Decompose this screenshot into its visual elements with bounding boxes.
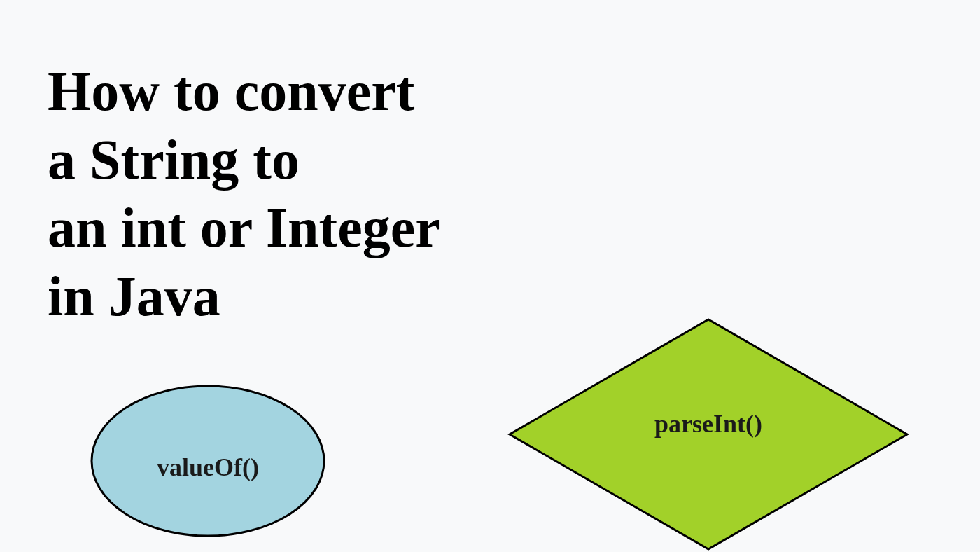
ellipse-label: valueOf() [90, 384, 326, 538]
title-line-3: an int or Integer [48, 197, 440, 258]
title-line-2: a String to [48, 129, 300, 191]
diagram-title: How to convert a String to an int or Int… [48, 57, 440, 331]
diamond-label: parseInt() [507, 317, 910, 552]
title-line-4: in Java [48, 265, 220, 327]
title-line-1: How to convert [48, 60, 414, 122]
